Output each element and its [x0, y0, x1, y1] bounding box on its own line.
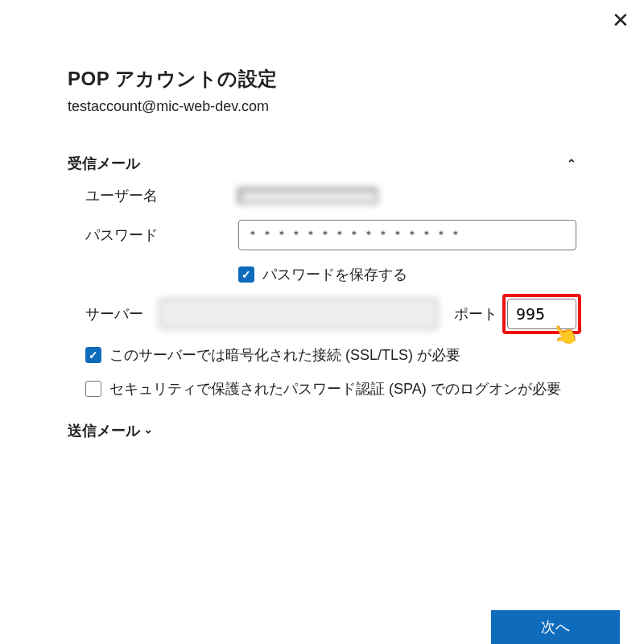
incoming-header[interactable]: 受信メール ⌃ [68, 154, 576, 173]
port-label: ポート [454, 304, 497, 324]
close-icon[interactable]: ✕ [612, 10, 630, 31]
chevron-up-icon: ⌃ [567, 157, 576, 170]
account-email: testaccount@mic-web-dev.com [68, 98, 576, 115]
username-input[interactable] [238, 188, 378, 204]
server-label: サーバー [85, 304, 150, 324]
save-password-checkbox[interactable] [238, 266, 254, 283]
username-label: ユーザー名 [85, 186, 238, 205]
spa-checkbox[interactable] [85, 381, 101, 397]
chevron-down-icon: ⌃ [143, 423, 153, 436]
port-input[interactable] [507, 299, 576, 329]
save-password-label: パスワードを保存する [262, 265, 407, 284]
ssl-label: このサーバーでは暗号化された接続 (SSL/TLS) が必要 [109, 345, 460, 365]
server-input[interactable] [159, 299, 438, 329]
next-button[interactable]: 次へ [491, 610, 620, 644]
password-label: パスワード [85, 225, 238, 245]
password-input[interactable]: ＊＊＊＊＊＊＊＊＊＊＊＊＊＊＊ [238, 220, 576, 250]
outgoing-title: 送信メール [68, 421, 140, 440]
ssl-checkbox[interactable] [85, 347, 101, 363]
spa-label: セキュリティで保護されたパスワード認証 (SPA) でのログオンが必要 [109, 379, 561, 398]
page-title: POP アカウントの設定 [68, 66, 576, 92]
incoming-title: 受信メール [68, 154, 140, 173]
outgoing-header[interactable]: 送信メール ⌃ [68, 421, 576, 440]
